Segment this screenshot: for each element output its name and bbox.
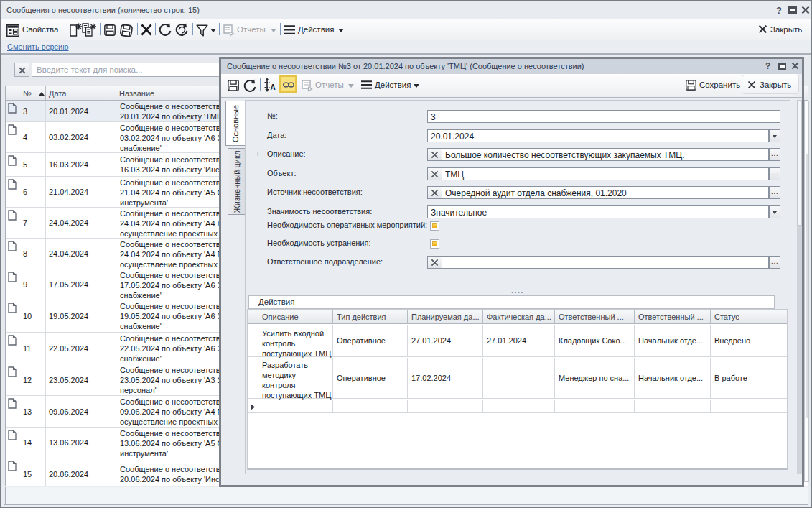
svg-text:A: A: [271, 83, 276, 91]
